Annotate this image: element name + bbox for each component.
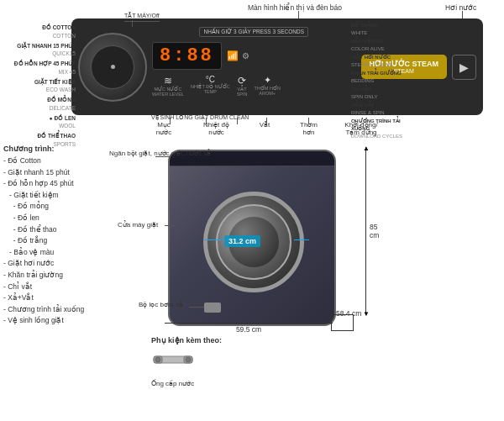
seg-display: 8:88: [160, 45, 214, 66]
door-dim-arrow-right: [294, 239, 309, 240]
play-pause-button[interactable]: ▶: [452, 55, 476, 80]
label-muc-nuoc: Mụcnước: [147, 121, 181, 136]
height-label: 85 cm: [370, 223, 379, 239]
arrow-tatmay: [132, 20, 133, 27]
programs-items: - Đồ Cotton - Giặt nhanh 15 phút - Đồ hỗ…: [3, 155, 150, 327]
arrow-thom: [266, 118, 267, 124]
display-label: Màn hình hiển thị và đèn báo: [248, 3, 342, 12]
depth-line-top: [331, 314, 353, 315]
depth-line-bot: [331, 330, 353, 331]
bottom-icons-row: Mụcnước Nhiệt độnước Vắt Thơmhơn Khởi độ…: [147, 121, 382, 136]
accessories-section: Phụ kiện kèm theo: Ống cấp nước: [151, 336, 286, 387]
arom-btn[interactable]: ✦ THƠM HƠNAROM+: [254, 75, 280, 96]
hose-item: Ống cấp nước: [151, 348, 194, 387]
depth-label: 58.4 cm: [336, 309, 361, 318]
drum-clean-label: VỆ SINH LỒNG GIẶT DRUM CLEAN: [151, 114, 249, 121]
left-labels: ĐỒ COTTONCOTTON GIẶT NHANH 15 PHÚTQUICK1…: [0, 24, 76, 149]
control-panel: NHẤN GIỮ 3 GIÂY PRESS 3 SECONDS 8:88 📶 ⚙…: [71, 18, 483, 115]
pump-icon: [204, 303, 221, 313]
arrow-muc-nuoc: [170, 118, 171, 124]
door-dimension-label: 31.2 cm: [224, 235, 260, 247]
arrow-watertray: [155, 156, 171, 157]
depth-line: [331, 314, 332, 331]
arrow-khoidong: [308, 118, 309, 124]
diagram-container: Màn hình hiển thị và đèn báo Hơi nước NH…: [0, 0, 504, 421]
width-label: 59.5 cm: [236, 325, 261, 334]
svg-point-3: [155, 357, 160, 362]
hose-label: Ống cấp nước: [151, 380, 194, 387]
arrow-door: [165, 225, 175, 226]
machine-body: 31.2 cm: [168, 150, 336, 326]
water-level-btn[interactable]: ≋ MỰC NƯỚCWATER LEVEL: [152, 75, 184, 97]
svg-point-4: [186, 357, 191, 362]
label-nhiet-do: Nhiệt độnước: [197, 121, 235, 136]
width-dimension: 59.5 cm: [165, 323, 333, 334]
hose-svg: [152, 348, 194, 378]
depth-line2: [353, 314, 354, 331]
label-khoi-dong: Khởi động/Tạm dừng: [340, 121, 382, 136]
machine-illustration: 31.2 cm Ngăn bột giặt, nước giặt, nước x…: [160, 141, 353, 343]
wifi-icon: 📶: [227, 50, 239, 61]
height-dimension: ▲ ▼ 85 cm: [365, 147, 366, 315]
press-indicator: NHẤN GIỮ 3 GIÂY PRESS 3 SECONDS: [199, 27, 308, 37]
door-label: Cửa máy giặt: [118, 221, 158, 229]
accessories-title: Phụ kiện kèm theo:: [151, 336, 286, 345]
steam-label: Hơi nước: [445, 3, 476, 12]
arrow-nhiet-do: [206, 118, 207, 124]
program-knob[interactable]: [78, 33, 147, 102]
label-vat: Vắt: [252, 121, 277, 136]
door-dim-arrow-left: [205, 239, 223, 240]
pump-label: Bộ lọc bơm xả: [139, 301, 183, 308]
spin-btn[interactable]: ⟳ VẮTSPIN: [237, 75, 248, 97]
programs-list: Chương trình: - Đồ Cotton - Giặt nhanh 1…: [3, 145, 150, 327]
arrow-pump: [189, 307, 204, 308]
status-icon: ⚙: [242, 51, 249, 61]
arrow-vat: [237, 118, 238, 124]
tatmay-label: TẮT MÁY/Off: [124, 13, 160, 22]
temp-btn[interactable]: °C NHIỆT ĐỘ NƯỚCTEMP: [191, 75, 230, 94]
